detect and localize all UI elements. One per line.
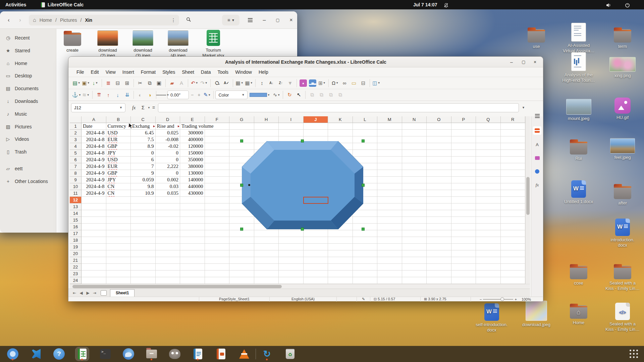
cell[interactable]: 0 — [156, 170, 180, 177]
cell[interactable]: 7 — [131, 163, 156, 170]
close-button[interactable]: × — [531, 58, 539, 66]
cell[interactable] — [254, 277, 279, 284]
cell[interactable] — [451, 217, 476, 224]
column-header-N[interactable]: N — [402, 116, 427, 123]
cell[interactable] — [82, 270, 106, 277]
cell[interactable] — [328, 250, 353, 257]
chevron-down-icon[interactable]: ▼ — [119, 104, 122, 112]
column-header-C[interactable]: C — [131, 116, 156, 123]
line-color-icon[interactable]: ✎▼ — [203, 90, 211, 99]
kebab-menu-icon[interactable]: ⋮ — [171, 17, 176, 23]
cell[interactable] — [377, 177, 402, 183]
cell[interactable] — [377, 217, 402, 224]
cell[interactable] — [106, 224, 131, 230]
cell[interactable] — [205, 270, 230, 277]
row-header-13[interactable]: 13 — [70, 203, 82, 210]
cell[interactable] — [402, 217, 427, 224]
column-header-O[interactable]: O — [427, 116, 451, 123]
cell[interactable] — [229, 264, 254, 270]
insert-chart-icon[interactable]: ▂▅▃ — [308, 79, 317, 87]
cell[interactable] — [451, 157, 476, 163]
search-button[interactable] — [183, 15, 194, 25]
cell[interactable] — [427, 136, 451, 143]
cell[interactable] — [82, 237, 106, 244]
cell[interactable]: Date — [82, 123, 106, 130]
cell[interactable] — [106, 197, 131, 203]
row-header-1[interactable]: 1 — [70, 123, 82, 130]
cell[interactable] — [377, 257, 402, 264]
cell[interactable]: CN — [106, 183, 131, 190]
bring-forward-icon[interactable]: ↑ — [104, 90, 113, 99]
cell[interactable] — [180, 264, 205, 270]
column-header-L[interactable]: L — [353, 116, 378, 123]
cell[interactable] — [377, 250, 402, 257]
cell[interactable] — [501, 150, 526, 157]
previous-sheet-icon[interactable]: ◀ — [78, 291, 85, 295]
cell[interactable]: 0.002 — [156, 177, 180, 183]
cell[interactable]: 130000 — [180, 170, 205, 177]
next-sheet-icon[interactable]: ▶ — [85, 291, 91, 295]
cell[interactable] — [501, 157, 526, 163]
cell[interactable] — [304, 257, 328, 264]
cell[interactable] — [328, 237, 353, 244]
cell[interactable] — [451, 237, 476, 244]
cell[interactable]: 2024-4-9 — [82, 190, 106, 197]
sidebar-item-downloads[interactable]: ↓Downloads — [3, 96, 54, 107]
menu-format[interactable]: Format — [138, 68, 159, 76]
row-header-24[interactable]: 24 — [70, 277, 82, 284]
desktop-icon-untitled-1-docx[interactable]: WUntitled 1.docx — [558, 180, 599, 204]
freeze-panes-icon[interactable]: ◫▼ — [372, 79, 381, 87]
dock-libreoffice-calc[interactable] — [75, 347, 89, 361]
sidebar-item-recent[interactable]: ◷Recent — [3, 32, 54, 44]
cell[interactable]: Rise and — [156, 123, 180, 130]
cell[interactable] — [476, 210, 501, 217]
send-backward-icon[interactable]: ↓ — [113, 90, 122, 99]
cell[interactable] — [377, 237, 402, 244]
cell[interactable] — [180, 250, 205, 257]
cell[interactable] — [476, 237, 501, 244]
cell[interactable] — [377, 203, 402, 210]
column-header-K[interactable]: K — [328, 116, 353, 123]
cell[interactable] — [205, 197, 230, 203]
cell[interactable] — [451, 250, 476, 257]
cell[interactable] — [353, 257, 378, 264]
fill-color-icon[interactable]: ▼ — [248, 90, 271, 99]
cell[interactable]: 430000 — [180, 190, 205, 197]
sidebar-item-starred[interactable]: ★Starred — [3, 45, 54, 56]
formula-input[interactable] — [158, 103, 519, 112]
cell[interactable] — [156, 224, 180, 230]
cell[interactable]: 0.059 — [131, 177, 156, 183]
ungroup-icon[interactable]: ⧉ — [336, 90, 344, 99]
cell[interactable] — [501, 230, 526, 237]
cell[interactable] — [156, 264, 180, 270]
cell[interactable] — [328, 123, 353, 130]
cell[interactable] — [501, 257, 526, 264]
cell[interactable]: 2024-4-8 — [82, 143, 106, 150]
handle-bottom-left[interactable] — [240, 228, 243, 231]
cell[interactable] — [427, 244, 451, 250]
breadcrumb-home[interactable]: Home — [40, 17, 52, 23]
cell[interactable] — [82, 217, 106, 224]
cell[interactable] — [304, 123, 328, 130]
cell[interactable] — [476, 177, 501, 183]
cell[interactable] — [451, 183, 476, 190]
print-icon[interactable]: ⊟ — [113, 79, 122, 87]
find-replace-icon[interactable]: Q — [213, 79, 221, 87]
sidebar-settings-icon[interactable] — [533, 112, 541, 120]
cell[interactable] — [402, 183, 427, 190]
activities-button[interactable]: Activities — [5, 0, 26, 9]
menu-edit[interactable]: Edit — [88, 68, 102, 76]
special-character-icon[interactable]: Ω▼ — [331, 79, 339, 87]
cell[interactable] — [451, 264, 476, 270]
cell[interactable] — [377, 277, 402, 284]
cell[interactable] — [501, 210, 526, 217]
cell[interactable] — [501, 123, 526, 130]
column-header-I[interactable]: I — [279, 116, 304, 123]
cell[interactable]: 0 — [156, 157, 180, 163]
view-toggle-button[interactable]: ≡ ▾ — [222, 15, 239, 25]
row-header-22[interactable]: 22 — [70, 264, 82, 270]
cell[interactable] — [377, 244, 402, 250]
cell[interactable] — [377, 210, 402, 217]
name-box[interactable]: J12▼ — [71, 103, 125, 112]
desktop-icon-home[interactable]: ⌂Home — [558, 301, 599, 325]
